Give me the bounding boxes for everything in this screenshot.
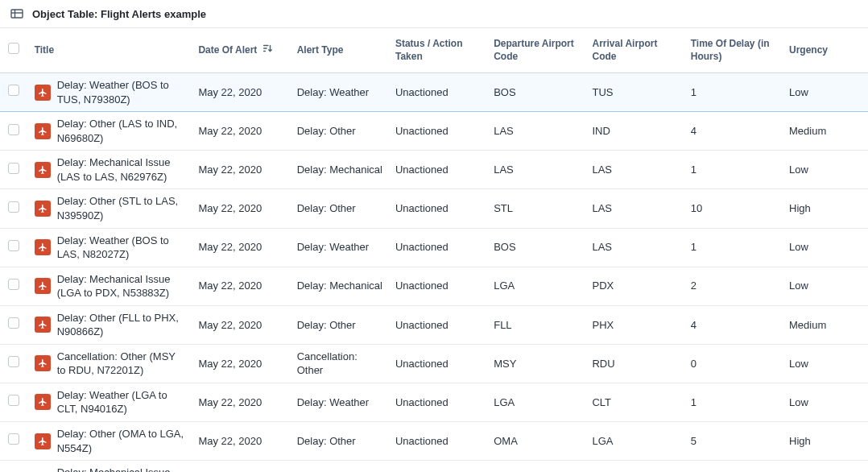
table-row[interactable]: Cancellation: Other (MSY to RDU, N72201Z…	[0, 344, 868, 383]
cell-arrival: TUS	[585, 73, 684, 112]
cell-status: Unactioned	[389, 73, 487, 112]
cell-type: Delay: Mechanical	[291, 461, 389, 472]
flight-icon	[35, 123, 51, 139]
column-select-all[interactable]	[0, 28, 28, 73]
cell-status: Unactioned	[389, 305, 487, 344]
table-row[interactable]: Delay: Weather (BOS to LAS, N82027Z)May …	[0, 228, 868, 267]
column-header-departure[interactable]: Departure Airport Code	[487, 28, 585, 73]
select-all-checkbox[interactable]	[8, 43, 19, 54]
cell-arrival: LAS	[585, 189, 684, 228]
flight-icon	[35, 433, 51, 449]
table-row[interactable]: Delay: Other (LAS to IND, N69680Z)May 22…	[0, 112, 868, 151]
row-checkbox-cell[interactable]	[0, 422, 28, 461]
cell-type: Delay: Mechanical	[291, 151, 389, 189]
cell-arrival: PHX	[585, 305, 684, 344]
title-text: Delay: Weather (LGA to CLT, N94016Z)	[57, 388, 186, 416]
row-checkbox-cell[interactable]	[0, 189, 28, 228]
row-checkbox[interactable]	[8, 433, 19, 445]
cell-arrival: RDU	[585, 344, 684, 383]
flight-icon	[35, 85, 51, 101]
cell-date: May 22, 2020	[192, 267, 290, 305]
sort-descending-icon[interactable]	[262, 43, 273, 58]
cell-type: Delay: Other	[291, 112, 389, 151]
cell-urgency: Low	[783, 267, 868, 305]
cell-delay: 1	[684, 73, 783, 112]
row-checkbox[interactable]	[8, 201, 19, 213]
cell-type: Delay: Other	[291, 189, 389, 228]
cell-title: Delay: Weather (BOS to LAS, N82027Z)	[28, 228, 192, 267]
table-row[interactable]: Delay: Weather (BOS to TUS, N79380Z)May …	[0, 73, 868, 112]
cell-type: Delay: Other	[291, 305, 389, 344]
title-text: Delay: Weather (BOS to LAS, N82027Z)	[57, 234, 186, 262]
cell-date: May 22, 2020	[192, 344, 290, 383]
table-row[interactable]: Delay: Mechanical Issue (LAS to LAS, N62…	[0, 151, 868, 189]
page-header: Object Table: Flight Alerts example	[0, 0, 868, 28]
cell-departure: BOS	[487, 73, 585, 112]
cell-type: Delay: Other	[291, 422, 389, 461]
title-text: Delay: Other (STL to LAS, N39590Z)	[57, 194, 186, 222]
cell-departure: LAS	[487, 151, 585, 189]
flight-icon	[35, 394, 51, 410]
row-checkbox-cell[interactable]	[0, 267, 28, 305]
cell-title: Delay: Mechanical Issue (LGA to PDX, N53…	[28, 267, 192, 305]
table-row[interactable]: Delay: Mechanical Issue (LGA to PDX, N53…	[0, 267, 868, 305]
title-text: Delay: Mechanical Issue (LGA to PDX, N53…	[57, 272, 186, 300]
cell-delay: 10	[684, 189, 783, 228]
cell-delay: 4	[684, 305, 783, 344]
cell-arrival: IND	[585, 112, 684, 151]
row-checkbox[interactable]	[8, 240, 19, 251]
table-row[interactable]: Delay: Other (STL to LAS, N39590Z)May 22…	[0, 189, 868, 228]
cell-urgency: Low	[783, 344, 868, 383]
cell-status: Unactioned	[389, 189, 487, 228]
column-header-delay[interactable]: Time Of Delay (in Hours)	[684, 28, 783, 73]
cell-departure: BOS	[487, 228, 585, 267]
flight-icon	[35, 317, 51, 333]
cell-urgency: High	[783, 189, 868, 228]
cell-departure: LAS	[487, 112, 585, 151]
row-checkbox[interactable]	[8, 124, 19, 135]
cell-type: Delay: Mechanical	[291, 267, 389, 305]
row-checkbox-cell[interactable]	[0, 305, 28, 344]
flight-icon	[35, 239, 51, 255]
row-checkbox[interactable]	[8, 279, 19, 290]
row-checkbox-cell[interactable]	[0, 344, 28, 383]
cell-date: May 22, 2020	[192, 228, 290, 267]
row-checkbox[interactable]	[8, 356, 19, 367]
row-checkbox-cell[interactable]	[0, 228, 28, 267]
row-checkbox-cell[interactable]	[0, 73, 28, 112]
column-header-type[interactable]: Alert Type	[291, 28, 389, 73]
table-row[interactable]: Delay: Weather (LGA to CLT, N94016Z)May …	[0, 383, 868, 421]
cell-urgency: Medium	[783, 112, 868, 151]
table-row[interactable]: Delay: Other (FLL to PHX, N90866Z)May 22…	[0, 305, 868, 344]
row-checkbox-cell[interactable]	[0, 383, 28, 421]
row-checkbox[interactable]	[8, 317, 19, 329]
title-text: Delay: Weather (BOS to TUS, N79380Z)	[57, 78, 186, 106]
column-header-status[interactable]: Status / Action Taken	[389, 28, 487, 73]
table-row[interactable]: Delay: Mechanical Issue (ORD to PIT, N35…	[0, 461, 868, 472]
flight-icon	[35, 278, 51, 294]
cell-status: Unactioned	[389, 461, 487, 472]
cell-status: Unactioned	[389, 267, 487, 305]
row-checkbox-cell[interactable]	[0, 461, 28, 472]
column-header-arrival[interactable]: Arrival Airport Code	[585, 28, 684, 73]
table-row[interactable]: Delay: Other (OMA to LGA, N554Z)May 22, …	[0, 422, 868, 461]
cell-date: May 22, 2020	[192, 151, 290, 189]
cell-date: May 22, 2020	[192, 305, 290, 344]
cell-urgency: Low	[783, 461, 868, 472]
column-header-urgency[interactable]: Urgency	[783, 28, 868, 73]
cell-delay: 4	[684, 112, 783, 151]
flight-icon	[35, 162, 51, 178]
row-checkbox-cell[interactable]	[0, 112, 28, 151]
cell-status: Unactioned	[389, 151, 487, 189]
column-header-date[interactable]: Date Of Alert	[192, 28, 290, 73]
row-checkbox[interactable]	[8, 395, 19, 406]
cell-departure: MSY	[487, 344, 585, 383]
row-checkbox-cell[interactable]	[0, 151, 28, 189]
title-text: Delay: Other (FLL to PHX, N90866Z)	[57, 311, 186, 339]
row-checkbox[interactable]	[8, 163, 19, 174]
cell-arrival: LGA	[585, 422, 684, 461]
flight-icon	[35, 201, 51, 217]
column-header-title[interactable]: Title	[28, 28, 192, 73]
row-checkbox[interactable]	[8, 85, 19, 96]
page-title: Object Table: Flight Alerts example	[32, 8, 206, 20]
